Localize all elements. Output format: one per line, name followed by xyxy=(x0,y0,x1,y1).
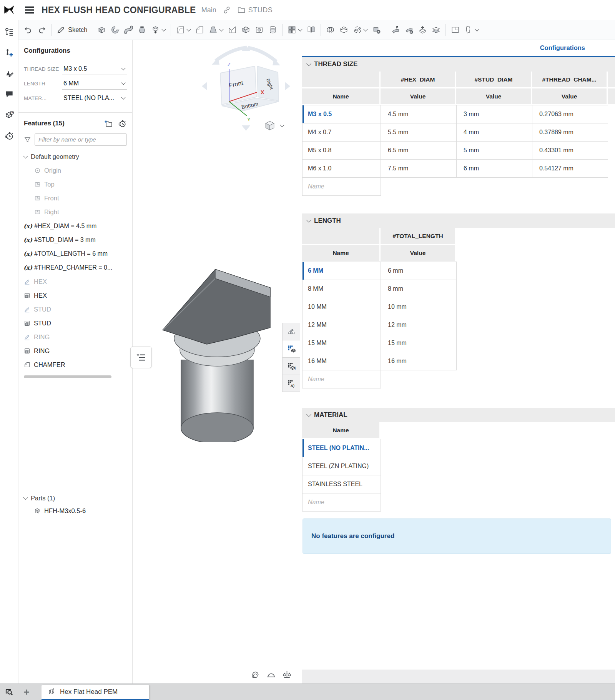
configured-variables-button[interactable] xyxy=(282,375,300,392)
feature-top-child[interactable]: Top xyxy=(27,177,132,191)
config-row-value[interactable]: 6.5 mm xyxy=(381,142,457,160)
feature-tree-scrollbar[interactable] xyxy=(24,375,111,378)
param-header-cell[interactable]: #THREAD_CHAM... xyxy=(532,72,608,88)
config-row-name[interactable]: 6 MM xyxy=(303,262,381,280)
config-row-name[interactable]: 12 MM xyxy=(303,316,381,334)
new-row-name-input[interactable]: Name xyxy=(303,370,381,388)
feature-ring-solid[interactable]: RING xyxy=(18,344,132,358)
add-tab-button[interactable]: + xyxy=(18,684,35,700)
param-header-cell[interactable]: #TOTAL_LENGTH xyxy=(381,228,456,245)
menu-icon[interactable] xyxy=(25,6,35,14)
config-row-value[interactable]: 5.5 mm xyxy=(381,123,457,142)
loft-button[interactable] xyxy=(135,23,149,36)
thicken-button[interactable] xyxy=(149,23,168,36)
feature-right-child[interactable]: Right xyxy=(27,205,132,219)
transform-button[interactable] xyxy=(351,23,370,36)
feature--hex-diam-4-5-mm-var[interactable]: (x)#HEX_DIAM = 4.5 mm xyxy=(18,219,132,233)
config-row-value[interactable]: 0.27063 mm xyxy=(532,105,608,123)
undo-button[interactable] xyxy=(22,23,35,36)
feature-ring-sketch[interactable]: RING xyxy=(18,330,132,344)
feature-front-child[interactable]: Front xyxy=(27,191,132,205)
workspace-name[interactable]: Main xyxy=(201,6,216,14)
tab-part-studio[interactable]: Hex Flat Head PEM xyxy=(42,685,149,700)
shell-button[interactable] xyxy=(239,23,253,36)
plane-button[interactable] xyxy=(449,23,462,36)
extract-button[interactable] xyxy=(416,23,429,36)
search-tabs-button[interactable] xyxy=(0,684,18,700)
part-query-button[interactable] xyxy=(3,109,15,121)
feature-hex-solid[interactable]: HEX xyxy=(18,288,132,302)
feature-stud-sketch[interactable]: STUD xyxy=(18,302,132,316)
sketch-button[interactable]: Sketch xyxy=(54,23,89,36)
param-header-cell[interactable]: #STUD_DIAM xyxy=(456,72,532,88)
delete-face-button[interactable] xyxy=(402,23,416,36)
display-mode-button[interactable] xyxy=(264,120,284,131)
section-header[interactable]: THREAD SIZE xyxy=(302,57,615,72)
draft-button[interactable] xyxy=(206,23,226,36)
config-row-name[interactable]: 8 MM xyxy=(303,280,381,298)
config-row-value[interactable]: 7.5 mm xyxy=(381,160,457,178)
rollback-history-button[interactable] xyxy=(118,119,127,128)
config-row-name[interactable]: M4 x 0.7 xyxy=(303,123,381,142)
config-field-value-dropdown[interactable]: 6 MM xyxy=(62,78,127,90)
config-row-value[interactable]: 16 mm xyxy=(381,352,457,370)
delete-part-button[interactable] xyxy=(370,23,383,36)
rib-button[interactable] xyxy=(226,23,239,36)
config-row-value[interactable]: 8 mm xyxy=(381,280,457,298)
feature-filter-input[interactable] xyxy=(35,133,127,146)
feature-hex-sketch[interactable]: HEX xyxy=(18,275,132,288)
configuration-panel-button[interactable] xyxy=(282,340,300,357)
add-folder-button[interactable] xyxy=(104,119,113,128)
versions-button[interactable] xyxy=(3,47,15,58)
configured-features-button[interactable] xyxy=(282,357,300,375)
dome-icon[interactable] xyxy=(266,670,276,680)
feature--stud-diam-3-mm-var[interactable]: (x)#STUD_DIAM = 3 mm xyxy=(18,233,132,247)
config-row-name[interactable]: 10 MM xyxy=(303,298,381,316)
config-field-value-dropdown[interactable]: M3 x 0.5 xyxy=(62,63,127,75)
config-row-name[interactable]: M3 x 0.5 xyxy=(303,105,381,123)
config-row-value[interactable]: 0.43301 mm xyxy=(532,142,608,160)
config-row-value[interactable]: 4.5 mm xyxy=(381,105,457,123)
spiral-icon[interactable] xyxy=(251,670,260,680)
hole-button[interactable] xyxy=(253,23,266,36)
onshape-logo[interactable] xyxy=(0,0,18,20)
config-row-value[interactable]: 0.37889 mm xyxy=(532,123,608,142)
config-row-value[interactable]: 6 mm xyxy=(457,160,532,178)
history-button[interactable] xyxy=(3,130,15,142)
mass-properties-scale-icon[interactable] xyxy=(282,670,292,680)
config-row-name[interactable]: M6 x 1.0 xyxy=(303,160,381,178)
filter-icon[interactable] xyxy=(24,136,31,143)
config-row-value[interactable]: 6 mm xyxy=(381,262,457,280)
chamfer-button[interactable] xyxy=(193,23,206,36)
move-face-button[interactable] xyxy=(389,23,402,36)
curve-button[interactable] xyxy=(462,23,481,36)
config-row-value[interactable]: 10 mm xyxy=(381,298,457,316)
feature-stud-solid[interactable]: STUD xyxy=(18,316,132,330)
feature--thread-chamfer-0--var[interactable]: (x)#THREAD_CHAMFER = 0... xyxy=(18,261,132,275)
tab-configurations[interactable]: Configurations xyxy=(540,44,585,52)
feature--total-length-6-mm-var[interactable]: (x)#TOTAL_LENGTH = 6 mm xyxy=(18,247,132,261)
config-row-name[interactable]: STAINLESS STEEL xyxy=(303,475,381,493)
new-row-name-input[interactable]: Name xyxy=(303,178,381,196)
part-list-item[interactable]: HFH-M3x0.5-6 xyxy=(18,504,132,517)
boolean-button[interactable] xyxy=(324,23,337,36)
revolve-button[interactable] xyxy=(108,23,122,36)
config-row-value[interactable]: 12 mm xyxy=(381,316,457,334)
config-field-value-dropdown[interactable]: STEEL (NO PLA... xyxy=(62,92,127,104)
link-icon[interactable] xyxy=(223,6,231,14)
feature-list-flyout-button[interactable] xyxy=(130,347,152,368)
folder-name[interactable]: STUDS xyxy=(248,6,273,14)
config-row-name[interactable]: 16 MM xyxy=(303,352,381,370)
feature-origin-child[interactable]: Origin xyxy=(27,163,132,177)
redo-button[interactable] xyxy=(35,23,48,36)
param-header-cell[interactable]: #HEX_DIAM xyxy=(381,72,456,88)
thread-button[interactable] xyxy=(266,23,279,36)
split-button[interactable] xyxy=(337,23,351,36)
appearance-panel-button[interactable] xyxy=(282,323,300,340)
feature-chamfer-chamfer[interactable]: CHAMFER xyxy=(18,358,132,372)
comment-button[interactable] xyxy=(3,88,15,100)
appearance-button[interactable] xyxy=(3,68,15,79)
config-row-name[interactable]: STEEL (NO PLATIN... xyxy=(303,439,381,457)
config-row-value[interactable]: 4 mm xyxy=(457,123,532,142)
sweep-button[interactable] xyxy=(122,23,135,36)
